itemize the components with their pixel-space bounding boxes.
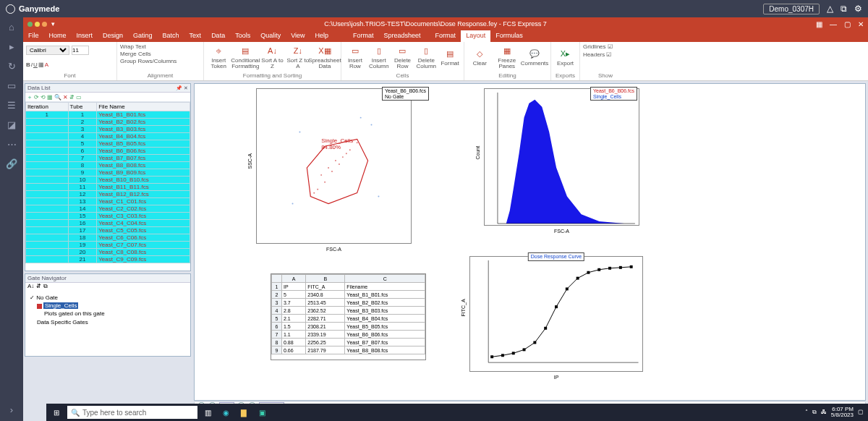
insert-token-button[interactable]: ⎆Insert Token bbox=[207, 46, 230, 70]
format-button[interactable]: ▤Format bbox=[439, 48, 461, 67]
gate-sort-icon[interactable]: A↓ bbox=[27, 283, 34, 292]
table-row[interactable]: 33.72513.45Yeast_B2_B02.fcs bbox=[272, 299, 425, 307]
data-list-table[interactable]: IterationTubeFile Name11Yeast_B1_B01.fcs… bbox=[25, 102, 190, 263]
table-row[interactable]: 71.12339.19Yeast_B6_B06.fcs bbox=[272, 331, 425, 339]
data-list-toolbar[interactable]: ＋⟳⟲▦🔍✕⇵▭ bbox=[25, 93, 190, 102]
table-row[interactable]: 17Yeast_C5_C05.fcs bbox=[26, 227, 190, 234]
gate-tree-icon[interactable]: ⇵ bbox=[36, 283, 41, 292]
close-panel-icon[interactable]: ✕ bbox=[184, 85, 188, 91]
wrap-text-button[interactable]: Wrap Text bbox=[120, 43, 146, 50]
tray-cloud-icon[interactable]: ⧉ bbox=[812, 409, 817, 415]
table-row[interactable]: 90.662187.79Yeast_B8_B08.fcs bbox=[272, 346, 425, 354]
table-row[interactable]: 16Yeast_C4_C04.fcs bbox=[26, 220, 190, 227]
close-icon[interactable]: ✕ bbox=[858, 20, 864, 28]
table-row[interactable]: 18Yeast_C6_C06.fcs bbox=[26, 234, 190, 242]
menu-tab-file[interactable]: File bbox=[23, 30, 44, 42]
chevron-icon[interactable]: ▸ bbox=[9, 41, 14, 52]
table-row[interactable]: 11Yeast_B1_B01.fcs bbox=[26, 111, 190, 119]
menu-tab-quality[interactable]: Quality bbox=[255, 30, 286, 42]
italic-button[interactable]: I bbox=[31, 61, 33, 68]
table-row[interactable]: 4Yeast_B4_B04.fcs bbox=[26, 133, 190, 140]
table-row[interactable]: 3Yeast_B3_B03.fcs bbox=[26, 126, 190, 133]
files-icon[interactable]: ☰ bbox=[7, 100, 16, 111]
font-color-button[interactable]: A bbox=[45, 61, 48, 68]
table-row[interactable]: 12Yeast_B12_B12.fcs bbox=[26, 191, 190, 198]
comments-button[interactable]: 💬Comments bbox=[522, 48, 548, 67]
tray-net-icon[interactable]: 🖧 bbox=[821, 409, 827, 415]
minimize-icon[interactable]: — bbox=[830, 20, 837, 28]
ctx2-tab-formulas[interactable]: Formulas bbox=[490, 30, 528, 42]
gate-copy-icon[interactable]: ⧉ bbox=[43, 283, 48, 292]
table-row[interactable]: 1IPFITC_AFilename bbox=[272, 283, 425, 291]
histogram-plot[interactable]: Yeast_B6_B06.fcsSingle_Cells FSC-A Count bbox=[484, 88, 639, 226]
bold-button[interactable]: B bbox=[26, 61, 30, 68]
insert-row-button[interactable]: ▭Insert Row bbox=[344, 46, 366, 70]
fcs-app-icon[interactable]: ▣ bbox=[254, 406, 270, 419]
home-icon[interactable]: ⌂ bbox=[9, 22, 14, 33]
doc-icon[interactable]: ▭ bbox=[7, 80, 16, 91]
table-row[interactable]: 8Yeast_B8_B08.fcs bbox=[26, 162, 190, 169]
pin-icon[interactable]: 📌 bbox=[176, 85, 182, 91]
table-row[interactable]: 15Yeast_C3_C03.fcs bbox=[26, 213, 190, 220]
clear-button[interactable]: ◇Clear bbox=[467, 48, 493, 67]
merge-cells-button[interactable]: Merge Cells bbox=[120, 51, 151, 57]
settings-gear-icon[interactable]: ⚙ bbox=[854, 4, 862, 14]
grid-icon[interactable]: ▦ bbox=[816, 20, 822, 28]
insert-col-button[interactable]: ▯Insert Column bbox=[368, 46, 390, 70]
menu-tab-text[interactable]: Text bbox=[184, 30, 207, 42]
table-row[interactable]: 61.52308.21Yeast_B5_B05.fcs bbox=[272, 323, 425, 331]
chart-icon[interactable]: ◪ bbox=[7, 119, 16, 130]
task-view-icon[interactable]: ▥ bbox=[200, 406, 216, 419]
explorer-icon[interactable]: ▇ bbox=[236, 406, 252, 419]
table-row[interactable]: 80.882256.25Yeast_B7_B07.fcs bbox=[272, 339, 425, 346]
sheet-data-button[interactable]: X▦Spreadsheet Data bbox=[312, 46, 338, 70]
table-row[interactable]: 10Yeast_B10_B10.fcs bbox=[26, 177, 190, 184]
freeze-panes-button[interactable]: ▦Freeze Panes bbox=[495, 46, 520, 70]
group-rows-button[interactable]: Group Rows/Columns bbox=[120, 58, 176, 64]
ctx2-tab-layout[interactable]: Layout bbox=[461, 30, 490, 42]
headers-toggle[interactable]: Headers ☑ bbox=[583, 51, 611, 58]
notify-icon[interactable]: △ bbox=[827, 4, 833, 14]
ctx-tab-format[interactable]: Format bbox=[348, 30, 379, 42]
table-row[interactable]: 19Yeast_C7_C07.fcs bbox=[26, 242, 190, 249]
delete-row-button[interactable]: ▭Delete Row bbox=[392, 46, 414, 70]
scatter-plot[interactable]: Yeast_B6_B06.fcsNo Gate Single_Cells 84.… bbox=[256, 88, 412, 244]
sort-desc-button[interactable]: Z↓Sort Z to A bbox=[286, 46, 310, 70]
table-row[interactable]: 14Yeast_C2_C02.fcs bbox=[26, 205, 190, 213]
sort-asc-button[interactable]: A↓Sort A to Z bbox=[260, 46, 284, 70]
ctx-tab-spreadsheet[interactable]: Spreadsheet bbox=[379, 30, 426, 42]
edge-icon[interactable]: ◉ bbox=[218, 406, 234, 419]
dose-response-plot[interactable]: Dose Response Curve IP FITC_A bbox=[469, 256, 643, 372]
border-button[interactable]: ▦ bbox=[38, 61, 44, 68]
export-button[interactable]: X▸Export bbox=[554, 48, 576, 67]
table-row[interactable]: 52.12282.71Yeast_B4_B04.fcs bbox=[272, 315, 425, 323]
more-icon[interactable]: ⋯ bbox=[7, 139, 17, 150]
menu-tab-gating[interactable]: Gating bbox=[128, 30, 158, 42]
cond-format-button[interactable]: ▤Conditional Formatting bbox=[232, 46, 258, 70]
font-size-input[interactable] bbox=[72, 46, 89, 55]
gridlines-toggle[interactable]: Gridlines ☑ bbox=[583, 43, 613, 50]
menu-tab-design[interactable]: Design bbox=[98, 30, 128, 42]
table-row[interactable]: 11Yeast_B11_B11.fcs bbox=[26, 184, 190, 191]
table-row[interactable]: 7Yeast_B7_B07.fcs bbox=[26, 155, 190, 162]
table-row[interactable]: 6Yeast_B6_B06.fcs bbox=[26, 148, 190, 155]
menu-tab-tools[interactable]: Tools bbox=[230, 30, 255, 42]
menu-tab-data[interactable]: Data bbox=[206, 30, 230, 42]
table-row[interactable]: 9Yeast_B9_B09.fcs bbox=[26, 169, 190, 177]
mini-spreadsheet[interactable]: ABC1IPFITC_AFilename252340.8Yeast_B1_B01… bbox=[271, 273, 426, 360]
delete-col-button[interactable]: ▯Delete Column bbox=[415, 46, 437, 70]
ctx2-tab-format[interactable]: Format bbox=[430, 30, 461, 42]
underline-button[interactable]: U bbox=[33, 61, 38, 68]
table-row[interactable]: 252340.8Yeast_B1_B01.fcs bbox=[272, 291, 425, 299]
font-family-select[interactable]: Calibri bbox=[26, 46, 69, 55]
menu-tab-insert[interactable]: Insert bbox=[72, 30, 98, 42]
menu-tab-view[interactable]: View bbox=[286, 30, 310, 42]
tray-notify-icon[interactable]: ▢ bbox=[858, 409, 864, 415]
table-row[interactable]: 2Yeast_B2_B02.fcs bbox=[26, 119, 190, 126]
layout-canvas[interactable]: Yeast_B6_B06.fcsNo Gate Single_Cells 84.… bbox=[194, 83, 866, 401]
table-row[interactable]: 5Yeast_B5_B05.fcs bbox=[26, 140, 190, 148]
copy-icon[interactable]: ⧉ bbox=[841, 4, 847, 14]
menu-tab-batch[interactable]: Batch bbox=[158, 30, 184, 42]
history-icon[interactable]: ↻ bbox=[8, 61, 16, 72]
maximize-icon[interactable]: ▢ bbox=[844, 20, 851, 28]
